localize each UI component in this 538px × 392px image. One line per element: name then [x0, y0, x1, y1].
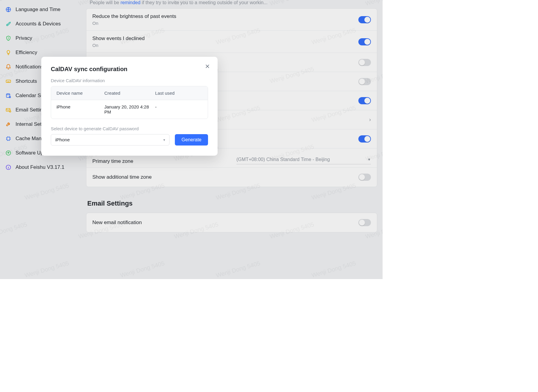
- caldav-device-table: Device name Created Last used iPhone Jan…: [51, 86, 208, 119]
- svg-rect-1: [6, 80, 11, 82]
- col-last-used: Last used: [155, 91, 202, 96]
- svg-rect-6: [7, 137, 10, 140]
- email-settings-card: New email notification: [86, 213, 377, 232]
- sidebar-item-label: Language and Time: [16, 7, 60, 13]
- toggle-reduce-brightness[interactable]: [358, 16, 371, 23]
- sidebar-item-label: Notifications: [16, 64, 43, 70]
- row-show-declined: Show events I declined On: [86, 31, 377, 53]
- modal-title: CalDAV sync configuration: [51, 66, 208, 73]
- sidebar-item-privacy[interactable]: Privacy: [0, 31, 81, 45]
- table-header-row: Device name Created Last used: [51, 86, 208, 100]
- email-settings-section-title: Email Settings: [86, 187, 377, 213]
- device-select[interactable]: iPhone ▼: [51, 134, 169, 146]
- sidebar-item-language-time[interactable]: Language and Time: [0, 2, 81, 17]
- primary-timezone-select[interactable]: (GMT+08:00) China Standard Time - Beijin…: [236, 157, 371, 164]
- select-device-label: Select device to generate CalDAV passwor…: [51, 126, 208, 131]
- cell-created: January 20, 2020 4:28 PM: [104, 104, 155, 114]
- hint-suffix: if they try to invite you to a meeting o…: [140, 0, 268, 5]
- row-additional-timezone: Show additional time zone: [86, 168, 377, 187]
- row-sub: On: [92, 21, 176, 26]
- timezone-value: (GMT+08:00) China Standard Time - Beijin…: [236, 157, 330, 162]
- row-title: Show additional time zone: [92, 174, 152, 180]
- sidebar-item-label: Accounts & Devices: [16, 21, 61, 27]
- caret-down-icon: ▼: [367, 157, 371, 162]
- sidebar-item-label: About Feishu V3.17.1: [16, 164, 65, 170]
- generate-button[interactable]: Generate: [175, 134, 208, 146]
- cell-device-name: iPhone: [56, 104, 104, 114]
- info-icon: [5, 164, 11, 170]
- device-caldav-info-label: Device CalDAV information: [51, 78, 208, 83]
- col-created: Created: [104, 91, 155, 96]
- row-title: New email notification: [92, 220, 142, 226]
- cell-last-used: -: [155, 104, 202, 114]
- row-new-email-notification: New email notification: [86, 213, 377, 232]
- device-select-value: iPhone: [55, 137, 70, 143]
- rocket-icon: [5, 21, 11, 27]
- shield-icon: [5, 35, 11, 41]
- wrench-icon: [5, 121, 11, 127]
- toggle-new-email-notification[interactable]: [358, 219, 371, 226]
- toggle-show-declined[interactable]: [358, 38, 371, 45]
- toggle-obscured-a[interactable]: [358, 78, 371, 85]
- col-device-name: Device name: [56, 91, 104, 96]
- sidebar-item-label: Privacy: [16, 35, 32, 41]
- upgrade-icon: [5, 150, 11, 156]
- bell-icon: [5, 64, 11, 70]
- globe-icon: [5, 7, 11, 13]
- row-reduce-brightness: Reduce the brightness of past events On: [86, 9, 377, 31]
- table-row: iPhone January 20, 2020 4:28 PM -: [51, 100, 208, 119]
- toggle-obscured-b[interactable]: [358, 97, 371, 104]
- close-button[interactable]: [204, 63, 211, 70]
- keyboard-icon: [5, 78, 11, 84]
- calendar-gear-icon: [5, 93, 11, 99]
- caldav-sync-modal: CalDAV sync configuration Device CalDAV …: [41, 57, 218, 156]
- chevron-right-icon: ›: [369, 117, 371, 123]
- working-hours-hint: People will be reminded if they try to i…: [86, 0, 377, 8]
- row-title: Show events I declined: [92, 36, 145, 42]
- toggle-obscured-c[interactable]: [358, 135, 371, 143]
- chip-icon: [5, 136, 11, 142]
- mail-gear-icon: [5, 107, 11, 113]
- caret-down-icon: ▼: [163, 138, 166, 142]
- sidebar-item-label: Shortcuts: [16, 78, 37, 84]
- hint-prefix: People will be: [90, 0, 120, 5]
- toggle-additional-timezone[interactable]: [358, 174, 371, 181]
- toggle-notify-accepted[interactable]: [358, 59, 371, 66]
- row-title: Reduce the brightness of past events: [92, 13, 176, 19]
- bulb-icon: [5, 50, 11, 56]
- sidebar-item-about[interactable]: About Feishu V3.17.1: [0, 160, 81, 174]
- sidebar-item-accounts-devices[interactable]: Accounts & Devices: [0, 17, 81, 31]
- row-sub: On: [92, 43, 145, 48]
- row-title: Primary time zone: [92, 158, 133, 164]
- reminded-link[interactable]: reminded: [120, 0, 140, 5]
- sidebar-item-label: Efficiency: [16, 50, 37, 56]
- svg-point-5: [9, 111, 11, 112]
